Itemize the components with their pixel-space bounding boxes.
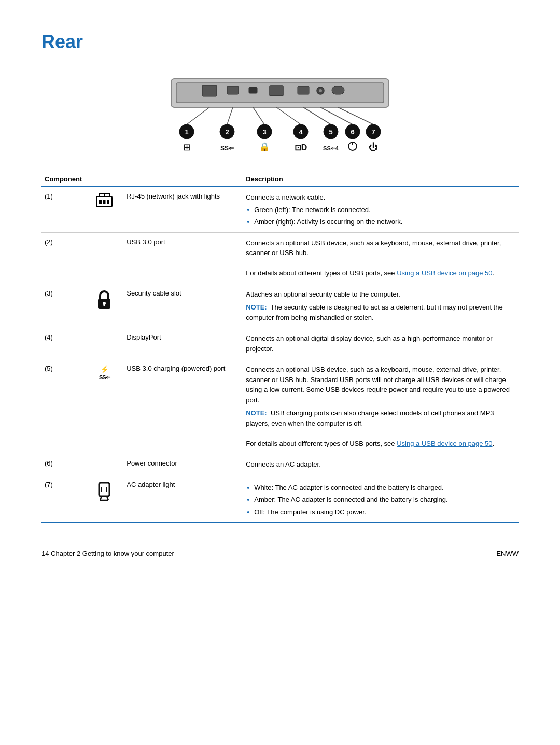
svg-point-8	[319, 89, 322, 92]
svg-rect-45	[103, 200, 106, 204]
row-description: Connects an optional digital display dev…	[243, 328, 519, 359]
svg-text:⊞: ⊞	[183, 142, 191, 151]
row-icon	[87, 187, 123, 232]
table-row: (7) AC adapter light White: The AC adapt…	[41, 475, 519, 523]
row-num: (4)	[41, 328, 87, 359]
row-component-name: Security cable slot	[123, 284, 243, 328]
laptop-diagram: 1 2 3 4 5 6 7 ⊞ SS⇐ 🔒 ⊡D SS⇐4 ⏻	[41, 63, 519, 157]
row-component-name: USB 3.0 port	[123, 232, 243, 284]
table-row: (4) DisplayPort Connects an optional dig…	[41, 328, 519, 359]
table-row: (5) ⚡ SS⇐ USB 3.0 charging (powered) por…	[41, 359, 519, 454]
svg-text:4: 4	[299, 128, 303, 136]
table-row: (3) Security cable slot Attaches an opti…	[41, 284, 519, 328]
row-description: Connects an AC adapter.	[243, 454, 519, 475]
note-label-2: NOTE:	[246, 409, 267, 417]
svg-text:⏻: ⏻	[369, 142, 378, 151]
svg-rect-49	[104, 303, 105, 306]
row-num: (3)	[41, 284, 87, 328]
row-component-name: DisplayPort	[123, 328, 243, 359]
row-icon: ⚡ SS⇐	[87, 359, 123, 454]
row-description: Connects an optional USB device, such as…	[243, 232, 519, 284]
svg-line-12	[253, 107, 264, 124]
svg-text:2: 2	[225, 128, 229, 136]
components-table: Component Description (1)	[41, 172, 519, 523]
row-description: Connects a network cable. Green (left): …	[243, 187, 519, 232]
row-icon	[87, 328, 123, 359]
svg-rect-5	[270, 86, 283, 96]
row-num: (2)	[41, 232, 87, 284]
svg-text:⊡D: ⊡D	[295, 143, 307, 151]
usb-link-2[interactable]: Using a USB device on page 50	[397, 440, 492, 447]
table-row: (1) RJ-45 (network) jack with lights Con…	[41, 187, 519, 232]
svg-text:3: 3	[262, 128, 266, 136]
row-num: (1)	[41, 187, 87, 232]
row-description: White: The AC adapter is connected and t…	[243, 475, 519, 523]
svg-rect-9	[332, 86, 344, 94]
svg-rect-46	[107, 200, 109, 204]
col-header-description: Description	[243, 172, 519, 187]
row-description: Attaches an optional security cable to t…	[243, 284, 519, 328]
row-component-name: USB 3.0 charging (powered) port	[123, 359, 243, 454]
row-num: (6)	[41, 454, 87, 475]
svg-line-10	[187, 107, 209, 124]
page-title: Rear	[41, 31, 519, 53]
svg-rect-3	[227, 86, 239, 94]
row-icon	[87, 284, 123, 328]
svg-text:7: 7	[371, 128, 375, 136]
svg-rect-44	[99, 200, 102, 204]
col-header-component: Component	[41, 172, 87, 187]
svg-rect-6	[298, 86, 309, 94]
footer-right: ENWW	[496, 550, 519, 557]
row-component-name: Power connector	[123, 454, 243, 475]
svg-rect-50	[99, 483, 109, 496]
note-label: NOTE:	[246, 303, 267, 311]
row-icon	[87, 454, 123, 475]
svg-text:SS⇐: SS⇐	[220, 145, 234, 151]
table-row: (2) USB 3.0 port Connects an optional US…	[41, 232, 519, 284]
row-icon	[87, 232, 123, 284]
row-component-name: RJ-45 (network) jack with lights	[123, 187, 243, 232]
svg-rect-2	[202, 85, 217, 96]
svg-text:🔒: 🔒	[259, 142, 271, 151]
row-num: (5)	[41, 359, 87, 454]
row-component-name: AC adapter light	[123, 475, 243, 523]
svg-rect-4	[249, 87, 257, 93]
svg-line-16	[338, 107, 373, 124]
usb-link-1[interactable]: Using a USB device on page 50	[397, 269, 492, 277]
svg-text:5: 5	[329, 128, 332, 136]
svg-text:6: 6	[351, 128, 354, 136]
svg-line-14	[303, 107, 331, 124]
row-icon	[87, 475, 123, 523]
svg-line-13	[276, 107, 301, 124]
svg-text:SS⇐4: SS⇐4	[323, 145, 339, 151]
svg-line-11	[227, 107, 233, 124]
row-num: (7)	[41, 475, 87, 523]
page-footer: 14 Chapter 2 Getting to know your comput…	[41, 544, 519, 557]
svg-text:1: 1	[185, 128, 188, 136]
svg-line-15	[320, 107, 353, 124]
row-description: Connects an optional USB device, such as…	[243, 359, 519, 454]
footer-left: 14 Chapter 2 Getting to know your comput…	[41, 550, 174, 557]
table-row: (6) Power connector Connects an AC adapt…	[41, 454, 519, 475]
